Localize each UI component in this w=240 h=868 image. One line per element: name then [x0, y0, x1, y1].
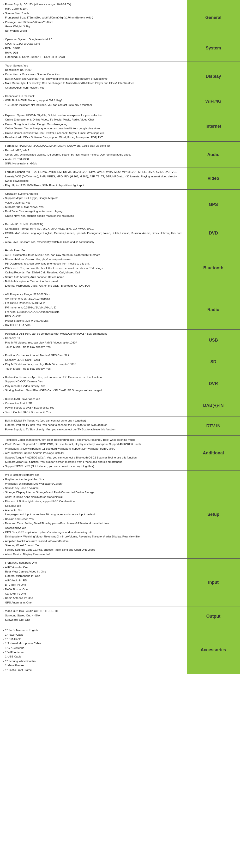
- spec-content-dab-in: Built-in DAB Player App: YesConnection P…: [0, 395, 187, 416]
- spec-item: Brightness level adjustable: Yes: [3, 477, 184, 481]
- spec-label-radio: Radio: [187, 290, 240, 329]
- spec-category-name: GPS: [209, 202, 218, 208]
- spec-item: External Microphone In: One: [3, 574, 184, 578]
- spec-content-system: Operation System: Google Android 9.0CPU:…: [0, 35, 187, 61]
- spec-item: WiFi/Hotspot/Bluetooth: Yes: [3, 473, 184, 477]
- spec-item: Front AUX input port: One: [3, 560, 184, 565]
- spec-item: Explorer: Opera, UCWeb, SkyFile, Dolphin…: [3, 113, 184, 117]
- spec-label-usb: USB: [187, 330, 240, 351]
- spec-category-name: Setup: [207, 512, 219, 517]
- spec-item: Record: MP3, WMA: [3, 148, 184, 152]
- spec-category-name: Bluetooth: [203, 265, 223, 271]
- spec-item: Wallpapers: 3 live wallpapers, 11 standa…: [3, 446, 184, 451]
- spec-item: Power Supply to DAB+ Box directly: Yes: [3, 405, 184, 410]
- spec-item: OSD/Audio/Subtitle Language: English, Ge…: [3, 231, 184, 240]
- spec-category-name: Radio: [207, 307, 219, 313]
- spec-content-usb: Position: 2 USB Port, can be connected w…: [0, 330, 187, 351]
- spec-item: Wallpaper: Wallpapers/Live Wallpapers/Ga…: [3, 482, 184, 486]
- spec-item: AUX Audio In: RD: [3, 578, 184, 583]
- spec-item: Extended SD Card: Support TF Card up to …: [3, 55, 184, 59]
- spec-item: Format: MP3/WMA/MP2/OGG/AAC/MA4/FLAC/APE…: [3, 144, 184, 148]
- spec-item: Built-in Clock and Calendar: Yes, show r…: [3, 76, 184, 81]
- spec-item: Car DVR In: One: [3, 591, 184, 596]
- spec-row-general: Power Supply: DC 12V (allowance range: 1…: [0, 0, 240, 35]
- spec-item: Textbook: Could change font, font color,…: [3, 438, 184, 442]
- spec-item: Subwoofer Out: One: [3, 618, 184, 622]
- spec-item: Package Size: 320mm*260mm*150mm: [3, 20, 184, 24]
- spec-item: Built-in Digital TV Tuner: No (you can c…: [3, 418, 184, 423]
- spec-category-name: Display: [206, 74, 221, 79]
- spec-item: Play MP5 Videos: Yes, can play RMVB Vide…: [3, 340, 184, 345]
- spec-item: 1*Plastic Front Frame: [3, 668, 184, 672]
- spec-content-gps: Operation System: AndroidSupport Maps: I…: [0, 190, 187, 220]
- spec-label-wifi4g: WiFi/4G: [187, 92, 240, 111]
- spec-item: 4G Dongle included: Not included, you ca…: [3, 103, 184, 107]
- spec-category-name: WiFi/4G: [205, 99, 221, 104]
- spec-content-accessories: 1*User's Manual in English1*Power Cable1…: [0, 626, 187, 674]
- spec-item: Change Apps-Icon Position: Yes: [3, 86, 184, 90]
- spec-item: 1*GPS Antenna: [3, 646, 184, 650]
- spec-item: Setup: Auto Answer, Auto connect, Device…: [3, 275, 184, 279]
- spec-item: 1*WIFI Antenna: [3, 650, 184, 654]
- spec-item: FM Increment: 0.05MHz(EU)/0.1MHz(US): [3, 305, 184, 310]
- spec-content-sd: Position: On the front panel, Media & GP…: [0, 351, 187, 373]
- spec-item: Decode IC: SUNPLUS 8202TQ: [3, 222, 184, 226]
- spec-item: Steering Wheel Control: Yes: [3, 543, 184, 548]
- spec-row-system: Operation System: Google Android 9.0CPU:…: [0, 35, 240, 61]
- spec-item: Calling Records: Yes, Dialed Call, Recei…: [3, 270, 184, 275]
- spec-category-name: USB: [209, 338, 218, 343]
- spec-item: Touch Screen: Yes: [3, 63, 184, 68]
- spec-content-additional: Textbook: Could change font, font color,…: [0, 436, 187, 470]
- spec-category-name: DVR: [209, 381, 218, 386]
- spec-category-name: Internet: [205, 124, 221, 129]
- spec-row-setup: WiFi/Hotspot/Bluetooth: YesBrightness le…: [0, 471, 240, 559]
- spec-item: Radio Antenna In: One: [3, 596, 184, 600]
- spec-item: Gross Weight: 3.2kg: [3, 24, 184, 29]
- spec-item: 1*User's Manual in English: [3, 628, 184, 632]
- spec-item: Preset Stations: 30(FM 3%, AM 2%): [3, 318, 184, 323]
- spec-item: Online Communication: WeChat, Twitter, F…: [3, 131, 184, 135]
- spec-item: Online Games: Yes, online play or you ca…: [3, 126, 184, 131]
- spec-item: Driving safety: Watching Video, Reversin…: [3, 534, 184, 539]
- spec-content-radio: AM Frequency Range: 522-1620kHzAM increm…: [0, 290, 187, 329]
- spec-item: Position: On the front panel, Media & GP…: [3, 353, 184, 358]
- spec-item: Support 2D/3D Map Views: Yes: [3, 205, 184, 209]
- spec-item: Apps: Running Apps display/force stop/un…: [3, 495, 184, 499]
- spec-content-input: Front AUX input port: OneAUX Video In: O…: [0, 559, 187, 607]
- spec-item: RDS: On/Off: [3, 314, 184, 318]
- spec-label-output: Output: [187, 607, 240, 626]
- spec-item: Languages and Input: more than 70 Langua…: [3, 512, 184, 517]
- spec-item: Dual Zone: Yes, navigating while music p…: [3, 209, 184, 213]
- spec-item: Play: Up to 1920*1080 Pixels, 3Mb, Fluen…: [3, 183, 184, 187]
- spec-item: Online Entertainment: Online Video, TV M…: [3, 117, 184, 122]
- spec-row-dvr: Built-in Car Recorder App: Yes, just con…: [0, 373, 240, 395]
- spec-item: AM Frequency Range: 522-1620kHz: [3, 292, 184, 297]
- spec-item: Audio IC: TDA7388: [3, 157, 184, 161]
- spec-row-output: Video Out: Two - Audio Out: LR, LF, RR, …: [0, 607, 240, 626]
- spec-item: Main Menu Style: For display, Can be cha…: [3, 81, 184, 85]
- spec-category-name: SD: [210, 359, 216, 365]
- spec-item: 1*RCA Cable: [3, 637, 184, 641]
- spec-content-setup: WiFi/Hotspot/Bluetooth: YesBrightness le…: [0, 471, 187, 558]
- spec-item: External Port for TV Box: Yes, You need …: [3, 423, 184, 427]
- spec-item: Video Out: Two - Audio Out: LR, LF, RR, …: [3, 609, 184, 613]
- spec-item: Position: 2 USB Port, can be connected w…: [3, 332, 184, 336]
- spec-item: Play MP5 Videos: Yes, can play 4M/M Vide…: [3, 362, 184, 366]
- spec-item: Play recorded Video directly: Yes: [3, 384, 184, 388]
- spec-item: Max. Current: 10A: [3, 6, 184, 11]
- spec-item: Resolution: 1024*600: [3, 68, 184, 72]
- spec-item: Compatible Format: MP4, AVI, DIVX, DVD, …: [3, 226, 184, 231]
- spec-label-setup: Setup: [187, 471, 240, 558]
- spec-item: GPS: Yes, GPS application options/monito…: [3, 530, 184, 534]
- spec-row-wifi4g: Connector: On the BackWiFi: Built-in WIF…: [0, 92, 240, 111]
- spec-item: Factory Settings Code 123456, choose Rad…: [3, 548, 184, 552]
- spec-item: Capacity: 32GB SD/TF Card: [3, 358, 184, 362]
- spec-label-gps: GPS: [187, 190, 240, 220]
- spec-label-dvd: DVD: [187, 220, 240, 246]
- spec-item: Support Mirror Box function: Yes, suppor…: [3, 460, 184, 464]
- spec-item: GPS Antenna In: One: [3, 600, 184, 605]
- spec-item: SNR: Noise rations >90db: [3, 161, 184, 166]
- spec-row-accessories: 1*User's Manual in English1*Power Cable1…: [0, 626, 240, 674]
- spec-item: Touch Music Title to play directly: Yes: [3, 345, 184, 349]
- spec-label-bluetooth: Bluetooth: [187, 246, 240, 290]
